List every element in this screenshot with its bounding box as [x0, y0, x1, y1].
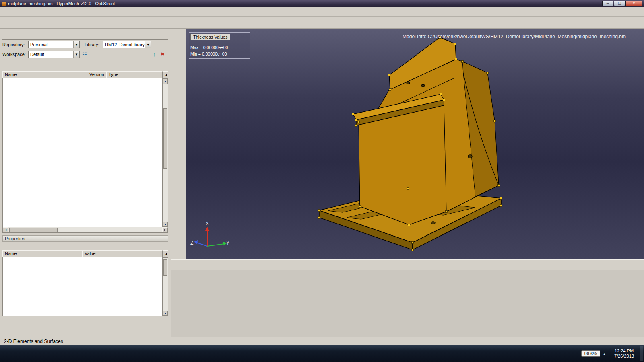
tree-horizontal-scrollbar[interactable]: ◄ ► — [2, 227, 168, 233]
properties-table-header: Name Value ▲ — [2, 250, 168, 257]
legend-max: Max = 0.00000e+00 — [190, 44, 248, 51]
main-toolbar — [0, 17, 644, 29]
scroll-down-icon[interactable]: ▼ — [163, 311, 168, 316]
minimize-button[interactable]: ─ — [602, 1, 613, 6]
repository-value: Personal — [30, 42, 47, 47]
scroll-down-icon[interactable]: ▼ — [163, 222, 168, 227]
legend-title: Thickness Values — [190, 34, 230, 40]
clock-date: 7/26/2013 — [614, 354, 634, 358]
axis-y-label: Y — [226, 240, 229, 246]
statusbar: 2-D Elements and Surfaces — [0, 337, 644, 345]
properties-scrollbar[interactable]: ▼ — [163, 257, 168, 316]
repository-dropdown[interactable]: Personal ▼ — [28, 41, 80, 48]
column-header-value[interactable]: Value — [82, 250, 163, 257]
scrollbar-track — [163, 169, 168, 222]
model-tree: ▲ ▼ — [2, 78, 168, 227]
mode-selector — [176, 271, 220, 327]
chevron-down-icon[interactable]: ▼ — [73, 41, 79, 48]
library-dropdown[interactable]: HM12_DemoLibrary ▼ — [103, 41, 151, 48]
scroll-up-icon[interactable]: ▲ — [163, 71, 168, 78]
workspace-value: Default — [30, 52, 44, 57]
legend-min: Min = 0.00000e+00 — [190, 51, 248, 57]
scrollbar-track — [163, 276, 168, 311]
scroll-left-icon[interactable]: ◄ — [3, 227, 8, 232]
app-window: midplane_meshing.hm - HyperMesh v12.0 - … — [0, 0, 644, 362]
right-column: X Y Z Thickness Values Max = 0.00000e+00… — [171, 29, 644, 337]
system-tray: 98.6% ▴ 12:24 PM 7/26/2013 — [581, 346, 643, 361]
chevron-down-icon[interactable]: ▼ — [73, 51, 79, 58]
axis-x-label: X — [206, 221, 209, 226]
display-toolbar — [171, 29, 186, 259]
clock[interactable]: 12:24 PM 7/26/2013 — [612, 348, 636, 359]
workspace-label: Workspace: — [2, 52, 27, 57]
taskbar: 98.6% ▴ 12:24 PM 7/26/2013 — [0, 345, 644, 362]
workspace-tree-icon[interactable]: ☷ — [81, 52, 88, 57]
maximize-button[interactable]: ▢ — [614, 1, 625, 6]
library-sync-icon[interactable]: ↕ — [152, 52, 157, 57]
column-header-version[interactable]: Version — [87, 71, 106, 78]
workspace-row: Workspace: Default ▼ ☷ ↕ ⚑ — [2, 49, 168, 59]
menubar — [0, 7, 644, 17]
status-text: 2-D Elements and Surfaces — [4, 339, 63, 344]
tree-header: Name Version Type ▲ — [2, 71, 168, 78]
scroll-right-icon[interactable]: ► — [162, 227, 168, 232]
main-area: Repository: Personal ▼ Library: HM12_Dem… — [0, 29, 644, 337]
browser-toolbar — [2, 59, 168, 71]
repository-row: Repository: Personal ▼ Library: HM12_Dem… — [2, 40, 168, 49]
model-info-text: Model Info: C:/Users/erik/hweDefaultWS/H… — [402, 34, 626, 39]
scrollbar-thumb[interactable] — [9, 228, 58, 232]
show-desktop-button[interactable] — [640, 346, 643, 361]
library-label: Library: — [85, 42, 101, 47]
close-button[interactable]: × — [625, 1, 642, 6]
panel-input-row — [171, 327, 644, 337]
chevron-down-icon[interactable]: ▼ — [145, 41, 151, 48]
legend-minmax: Max = 0.00000e+00 Min = 0.00000e+00 — [190, 43, 248, 57]
library-value: HM12_DemoLibrary — [105, 42, 144, 47]
app-icon — [2, 2, 6, 6]
properties-header: Properties — [2, 235, 168, 242]
axis-z-label: Z — [190, 240, 193, 246]
tray-expand-icon[interactable]: ▴ — [603, 352, 605, 356]
scroll-up-icon[interactable]: ▲ — [163, 250, 168, 257]
workspace-dropdown[interactable]: Default ▼ — [28, 51, 80, 58]
library-flag-icon[interactable]: ⚑ — [159, 52, 166, 57]
display-options-toolbar — [171, 259, 644, 270]
graphics-viewport[interactable]: X Y Z Thickness Values Max = 0.00000e+00… — [186, 29, 644, 259]
model-bracket — [319, 37, 501, 250]
thickness-legend: Thickness Values Max = 0.00000e+00 Min =… — [189, 32, 250, 59]
column-header-type[interactable]: Type — [106, 71, 163, 78]
column-header-name[interactable]: Name — [2, 250, 82, 257]
panel-menu — [171, 270, 644, 327]
scroll-up-icon[interactable]: ▲ — [163, 79, 168, 84]
column-header-name[interactable]: Name — [2, 71, 87, 78]
properties-table: ▼ — [2, 257, 168, 316]
model-3d-view[interactable]: X Y Z — [186, 29, 644, 259]
scrollbar-thumb[interactable] — [163, 259, 167, 276]
titlebar: midplane_meshing.hm - HyperMesh v12.0 - … — [0, 0, 644, 7]
battery-indicator[interactable]: 98.6% — [581, 350, 600, 357]
repository-label: Repository: — [2, 42, 27, 47]
tree-body — [2, 78, 163, 227]
properties-tabs — [2, 242, 168, 250]
window-controls: ─ ▢ × — [602, 1, 642, 6]
window-title: midplane_meshing.hm - HyperMesh v12.0 - … — [8, 1, 115, 6]
clock-time: 12:24 PM — [615, 348, 634, 353]
properties-body — [2, 257, 163, 316]
axis-triad: X Y Z — [190, 221, 229, 246]
scrollbar-track — [58, 227, 162, 232]
tree-vertical-scrollbar[interactable]: ▲ ▼ — [163, 78, 168, 227]
left-panel: Repository: Personal ▼ Library: HM12_Dem… — [0, 29, 171, 337]
browser-tabs — [2, 29, 168, 40]
scrollbar-thumb[interactable] — [163, 108, 167, 169]
